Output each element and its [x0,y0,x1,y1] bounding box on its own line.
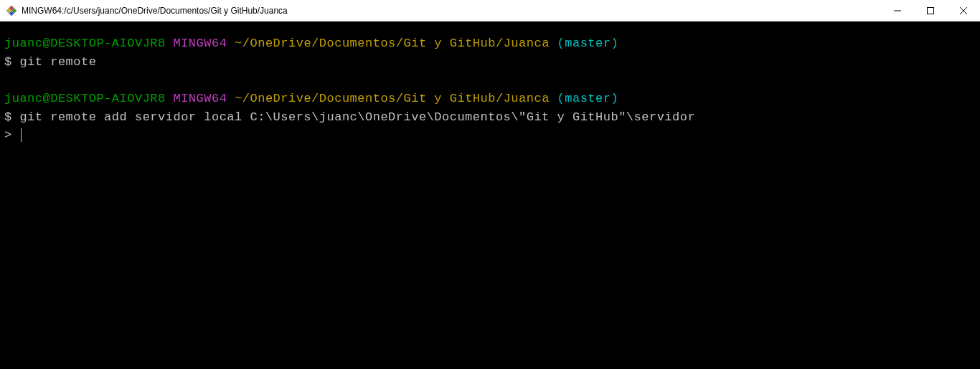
blank-line [4,71,976,90]
prompt-line: juanc@DESKTOP-AIOVJR8 MINGW64 ~/OneDrive… [4,34,976,53]
maximize-button[interactable] [914,0,947,21]
command-line: $ git remote [4,53,976,72]
prompt-symbol: $ [4,55,12,69]
env-label: MINGW64 [173,92,227,105]
user-host: juanc@DESKTOP-AIOVJR8 [4,37,166,50]
branch-label: (master) [557,37,619,50]
window-title: MINGW64:/c/Users/juanc/OneDrive/Document… [22,6,288,16]
command-text: git remote add servidor local C:\Users\j… [19,110,695,124]
prompt-line: juanc@DESKTOP-AIOVJR8 MINGW64 ~/OneDrive… [4,90,976,108]
path-label: ~/OneDrive/Documentos/Git y GitHub/Juanc… [235,37,550,50]
titlebar-left: MINGW64:/c/Users/juanc/OneDrive/Document… [6,5,288,16]
cursor-icon [21,128,22,142]
close-button[interactable] [947,0,980,21]
titlebar: MINGW64:/c/Users/juanc/OneDrive/Document… [0,0,980,21]
command-text: git remote [19,55,96,69]
terminal-area[interactable]: juanc@DESKTOP-AIOVJR8 MINGW64 ~/OneDrive… [0,21,980,149]
window-controls [881,0,980,21]
minimize-button[interactable] [881,0,914,21]
command-line: $ git remote add servidor local C:\Users… [4,108,976,127]
app-icon [6,5,17,16]
user-host: juanc@DESKTOP-AIOVJR8 [4,92,166,105]
continuation-symbol: > [4,128,12,142]
svg-rect-6 [928,7,934,14]
branch-label: (master) [557,92,619,105]
continuation-line: > [4,126,976,145]
path-label: ~/OneDrive/Documentos/Git y GitHub/Juanc… [235,92,550,105]
env-label: MINGW64 [173,37,227,50]
prompt-symbol: $ [4,110,12,124]
